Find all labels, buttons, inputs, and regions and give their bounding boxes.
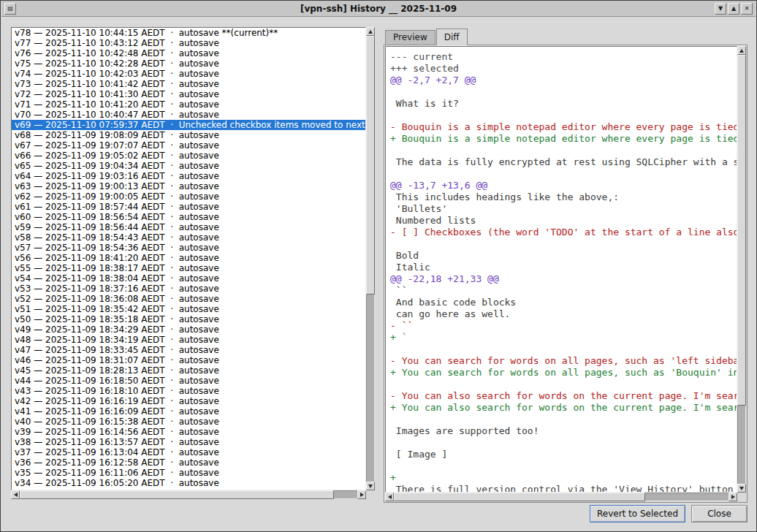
history-version-row[interactable]: v62 — 2025-11-09 19:00:05 AEDT · autosav… bbox=[12, 191, 365, 202]
history-version-row[interactable]: v59 — 2025-11-09 18:56:44 AEDT · autosav… bbox=[12, 222, 365, 232]
diff-line: @@ -2,7 +2,7 @@ bbox=[390, 75, 737, 86]
diff-line bbox=[390, 460, 737, 472]
maximize-icon: ▲ bbox=[731, 5, 736, 12]
diff-line: There is full version control via the 'V… bbox=[390, 484, 737, 493]
history-version-row[interactable]: v38 — 2025-11-09 16:13:57 AEDT · autosav… bbox=[12, 437, 365, 447]
history-version-row[interactable]: v74 — 2025-11-10 10:42:03 AEDT · autosav… bbox=[12, 69, 365, 79]
diff-line bbox=[390, 379, 737, 390]
scroll-up-arrow[interactable] bbox=[366, 27, 375, 36]
history-version-row[interactable]: v54 — 2025-11-09 18:38:04 AEDT · autosav… bbox=[12, 273, 365, 284]
history-version-row[interactable]: v63 — 2025-11-09 19:00:13 AEDT · autosav… bbox=[12, 181, 365, 191]
history-version-row[interactable]: v75 — 2025-11-10 10:42:28 AEDT · autosav… bbox=[12, 58, 365, 69]
diff-line bbox=[390, 86, 737, 98]
diff-line: - [ ] Checkboxes (the word 'TODO' at the… bbox=[390, 227, 737, 238]
maximize-button[interactable]: ▲ bbox=[728, 3, 739, 15]
history-version-row[interactable]: v66 — 2025-11-09 19:05:02 AEDT · autosav… bbox=[12, 151, 365, 161]
history-version-row[interactable]: v76 — 2025-11-10 10:42:48 AEDT · autosav… bbox=[12, 48, 365, 58]
history-version-row[interactable]: v72 — 2025-11-10 10:41:30 AEDT · autosav… bbox=[12, 89, 365, 99]
history-version-row[interactable]: v58 — 2025-11-09 18:54:43 AEDT · autosav… bbox=[12, 232, 365, 243]
diff-line: This includes headings like the above,: bbox=[390, 191, 737, 203]
diff-line: + Bouquin is a simple notepad editor whe… bbox=[390, 133, 737, 145]
history-version-row[interactable]: v61 — 2025-11-09 18:57:44 AEDT · autosav… bbox=[12, 202, 365, 212]
history-version-row[interactable]: v55 — 2025-11-09 18:38:17 AEDT · autosav… bbox=[12, 263, 365, 273]
history-version-row[interactable]: v40 — 2025-11-09 16:15:38 AEDT · autosav… bbox=[12, 417, 365, 427]
diff-line: can go here as well. bbox=[390, 308, 737, 320]
diff-text[interactable]: --- current+++ selected@@ -2,7 +2,7 @@ W… bbox=[385, 46, 737, 493]
scroll-left-arrow[interactable] bbox=[11, 490, 20, 499]
history-version-row[interactable]: v34 — 2025-11-09 16:05:20 AEDT · autosav… bbox=[12, 478, 365, 488]
diff-line bbox=[390, 168, 737, 180]
history-version-row[interactable]: v37 — 2025-11-09 16:13:04 AEDT · autosav… bbox=[12, 447, 365, 457]
tab-preview[interactable]: Preview bbox=[385, 30, 435, 45]
history-version-row[interactable]: v36 — 2025-11-09 16:12:58 AEDT · autosav… bbox=[12, 457, 365, 468]
history-version-row[interactable]: v67 — 2025-11-09 19:07:07 AEDT · autosav… bbox=[12, 140, 365, 151]
close-window-button[interactable]: ✕ bbox=[741, 3, 753, 15]
history-version-row[interactable]: v39 — 2025-11-09 16:14:56 AEDT · autosav… bbox=[12, 427, 365, 437]
history-version-row[interactable]: v57 — 2025-11-09 18:54:36 AEDT · autosav… bbox=[12, 243, 365, 253]
history-version-row[interactable]: v56 — 2025-11-09 18:41:20 AEDT · autosav… bbox=[12, 253, 365, 263]
history-version-row[interactable]: v52 — 2025-11-09 18:36:08 AEDT · autosav… bbox=[12, 294, 365, 304]
history-version-row[interactable]: v70 — 2025-11-10 10:40:47 AEDT · autosav… bbox=[12, 110, 365, 120]
arrow-up-icon bbox=[368, 30, 373, 34]
history-list-horizontal-scrollbar[interactable] bbox=[11, 490, 366, 499]
history-version-row[interactable]: v60 — 2025-11-09 18:56:54 AEDT · autosav… bbox=[12, 212, 365, 222]
minimize-button[interactable]: ▼ bbox=[715, 3, 726, 15]
history-version-row[interactable]: v64 — 2025-11-09 19:03:16 AEDT · autosav… bbox=[12, 171, 365, 181]
diff-line: Italic bbox=[390, 262, 737, 273]
diff-line bbox=[390, 343, 737, 355]
revert-to-selected-button[interactable]: Revert to Selected bbox=[590, 505, 685, 522]
scrollbar-corner bbox=[737, 493, 746, 501]
history-version-row[interactable]: v43 — 2025-11-09 16:18:10 AEDT · autosav… bbox=[12, 386, 365, 396]
minimize-icon: ▼ bbox=[718, 5, 723, 12]
history-version-row[interactable]: v77 — 2025-11-10 10:43:12 AEDT · autosav… bbox=[12, 38, 365, 48]
diff-line: [ Image ] bbox=[390, 449, 737, 460]
scroll-right-arrow[interactable] bbox=[729, 493, 737, 501]
diff-vertical-scrollbar[interactable] bbox=[737, 46, 746, 493]
arrow-left-icon bbox=[14, 493, 18, 497]
scroll-up-arrow[interactable] bbox=[737, 46, 746, 55]
scrollbar-corner bbox=[366, 490, 375, 499]
scroll-left-arrow[interactable] bbox=[385, 493, 394, 501]
scroll-down-arrow[interactable] bbox=[737, 484, 746, 493]
scrollbar-thumb[interactable] bbox=[394, 493, 645, 501]
diff-line: Images are supported too! bbox=[390, 425, 737, 437]
scrollbar-thumb[interactable] bbox=[20, 490, 334, 499]
diff-horizontal-scrollbar[interactable] bbox=[385, 493, 737, 501]
history-version-row[interactable]: v51 — 2025-11-09 18:35:42 AEDT · autosav… bbox=[12, 304, 365, 314]
scroll-down-arrow[interactable] bbox=[366, 482, 375, 490]
history-version-row[interactable]: v50 — 2025-11-09 18:35:18 AEDT · autosav… bbox=[12, 314, 365, 324]
history-version-row[interactable]: v78 — 2025-11-10 10:44:15 AEDT · autosav… bbox=[12, 28, 365, 38]
history-version-row[interactable]: v68 — 2025-11-09 19:08:09 AEDT · autosav… bbox=[12, 130, 365, 140]
history-version-row[interactable]: v41 — 2025-11-09 16:16:09 AEDT · autosav… bbox=[12, 406, 365, 417]
history-version-row[interactable]: v47 — 2025-11-09 18:33:45 AEDT · autosav… bbox=[12, 345, 365, 355]
history-version-row[interactable]: v71 — 2025-11-10 10:41:20 AEDT · autosav… bbox=[12, 99, 365, 110]
history-version-row[interactable]: v65 — 2025-11-09 19:04:34 AEDT · autosav… bbox=[12, 161, 365, 171]
tab-bar: Preview Diff bbox=[385, 28, 468, 45]
history-version-row[interactable]: v44 — 2025-11-09 16:18:50 AEDT · autosav… bbox=[12, 376, 365, 386]
arrow-right-icon bbox=[731, 495, 735, 499]
scrollbar-thumb[interactable] bbox=[366, 36, 375, 294]
history-version-row[interactable]: v46 — 2025-11-09 18:31:07 AEDT · autosav… bbox=[12, 355, 365, 365]
history-version-row[interactable]: v49 — 2025-11-09 18:34:29 AEDT · autosav… bbox=[12, 324, 365, 335]
history-version-row[interactable]: v48 — 2025-11-09 18:34:19 AEDT · autosav… bbox=[12, 335, 365, 345]
window-menu-button[interactable]: ▤ bbox=[4, 3, 16, 15]
history-version-row[interactable]: v73 — 2025-11-10 10:41:42 AEDT · autosav… bbox=[12, 79, 365, 89]
close-button[interactable]: Close bbox=[691, 505, 748, 522]
history-version-row[interactable]: v69 — 2025-11-10 07:59:37 AEDT · Uncheck… bbox=[12, 120, 365, 130]
history-list-vertical-scrollbar[interactable] bbox=[366, 27, 375, 490]
history-window: ▤ [vpn-ssh] History __ 2025-11-09 ▼ ▲ ✕ … bbox=[0, 0, 757, 532]
diff-line: @@ -13,7 +13,6 @@ bbox=[390, 180, 737, 191]
scrollbar-thumb[interactable] bbox=[737, 55, 746, 406]
history-version-row[interactable]: v35 — 2025-11-09 16:11:06 AEDT · autosav… bbox=[12, 468, 365, 478]
diff-line: Bold bbox=[390, 250, 737, 262]
titlebar: ▤ [vpn-ssh] History __ 2025-11-09 ▼ ▲ ✕ bbox=[1, 1, 756, 17]
history-version-row[interactable]: v53 — 2025-11-09 18:37:16 AEDT · autosav… bbox=[12, 284, 365, 294]
history-version-row[interactable]: v45 — 2025-11-09 18:28:13 AEDT · autosav… bbox=[12, 365, 365, 376]
diff-line: - You can also search for words on the c… bbox=[390, 390, 737, 402]
diff-line: + bbox=[390, 472, 737, 484]
history-version-row[interactable]: v42 — 2025-11-09 16:16:19 AEDT · autosav… bbox=[12, 396, 365, 406]
diff-line: @@ -22,18 +21,33 @@ bbox=[390, 273, 737, 285]
scroll-right-arrow[interactable] bbox=[357, 490, 366, 499]
history-list[interactable]: v78 — 2025-11-10 10:44:15 AEDT · autosav… bbox=[11, 27, 366, 490]
tab-diff[interactable]: Diff bbox=[436, 28, 468, 45]
